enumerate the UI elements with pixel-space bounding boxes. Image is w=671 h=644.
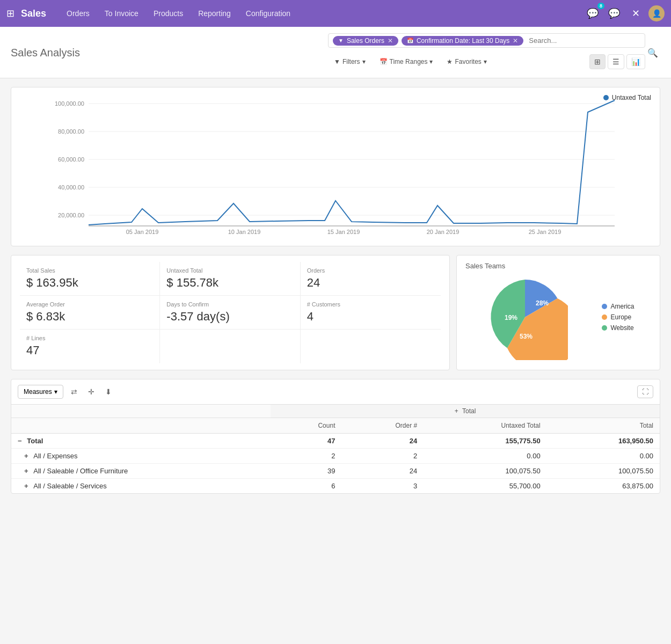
- user-avatar[interactable]: 👤: [648, 5, 665, 21]
- row-label-text-services: All / Saleable / Services: [33, 482, 107, 490]
- col-group-plus[interactable]: +: [455, 407, 458, 415]
- chart-legend: Untaxed Total: [603, 94, 651, 101]
- search-input[interactable]: [527, 35, 634, 46]
- pie-legend: America Europe Website: [602, 303, 634, 332]
- legend-website: Website: [602, 324, 634, 332]
- stat-label-untaxed: Untaxed Total: [166, 267, 293, 274]
- line-chart-svg: 100,000.00 80,000.00 60,000.00 40,000.00…: [20, 96, 651, 236]
- col-header-untaxed: Untaxed Total: [424, 418, 546, 434]
- col-header-empty: [11, 405, 271, 418]
- svg-text:100,000.00: 100,000.00: [55, 100, 84, 107]
- stat-label-avg-order: Average Order: [26, 301, 153, 308]
- pivot-table: + Total Count Order # Untaxed Total Tota…: [11, 405, 660, 493]
- menu-reporting[interactable]: Reporting: [191, 0, 238, 27]
- grid-menu-icon[interactable]: ⊞: [6, 8, 14, 19]
- pie-chart-area: 28% 53% 19% America Europe: [465, 274, 651, 360]
- stat-label-total-sales: Total Sales: [26, 267, 153, 274]
- row-untaxed-furniture: 100,075.50: [424, 464, 546, 479]
- chat-icon[interactable]: 💬: [606, 5, 623, 22]
- table-row-total: − Total 47 24 155,775.50 163,950.50: [11, 434, 660, 449]
- star-icon: ★: [447, 58, 453, 65]
- time-ranges-button[interactable]: 📅 Time Ranges ▾: [374, 55, 439, 68]
- stat-total-sales: Total Sales $ 163.95k: [20, 262, 160, 296]
- chart-view-btn[interactable]: 📊: [626, 54, 645, 69]
- main-content: Untaxed Total 100,000.00 80,000.00 60,00…: [0, 78, 671, 502]
- menu-to-invoice[interactable]: To Invoice: [97, 0, 146, 27]
- favorites-button[interactable]: ★ Favorites ▾: [441, 55, 492, 68]
- legend-dot-website: [602, 325, 607, 331]
- view-toggle: ⊞ ☰ 📊: [589, 54, 645, 69]
- row-untaxed-total: 155,775.50: [424, 434, 546, 449]
- search-button[interactable]: 🔍: [645, 46, 660, 60]
- expand-expenses-icon[interactable]: +: [24, 452, 28, 460]
- stat-label-customers: # Customers: [307, 301, 434, 308]
- row-untaxed-services: 55,700.00: [424, 479, 546, 494]
- download-button[interactable]: ⬇: [102, 385, 115, 398]
- col-group-total: + Total: [271, 405, 660, 418]
- col-header-count: Count: [271, 418, 341, 434]
- filter-funnel-icon: ▼: [338, 38, 344, 43]
- row-label-text-expenses: All / Expenses: [33, 452, 77, 460]
- favorites-chevron: ▾: [484, 58, 487, 65]
- menu-orders[interactable]: Orders: [59, 0, 97, 27]
- pie-chart-title: Sales Teams: [465, 262, 651, 270]
- search-toolbar: ▼ Filters ▾ 📅 Time Ranges ▾ ★ Favorites: [328, 51, 493, 72]
- notifications-icon[interactable]: 💬 8: [584, 5, 601, 22]
- filter-calendar-icon: 📅: [407, 38, 413, 43]
- stats-grid: Total Sales $ 163.95k Untaxed Total $ 15…: [11, 255, 450, 370]
- filter-tag-close-1[interactable]: ✕: [388, 37, 393, 45]
- row-order-services: 3: [341, 479, 424, 494]
- stat-value-avg-order: $ 6.83k: [26, 310, 153, 324]
- row-count-expenses: 2: [271, 449, 341, 464]
- stat-orders: Orders 24: [301, 262, 441, 296]
- pie-chart-svg: 28% 53% 19%: [482, 274, 568, 360]
- swap-axes-button[interactable]: ⇄: [68, 385, 81, 398]
- legend-dot-america: [602, 304, 607, 309]
- collapse-total-icon[interactable]: −: [18, 437, 22, 445]
- expand-services-icon[interactable]: +: [24, 482, 28, 490]
- row-label-total: − Total: [11, 434, 271, 449]
- filters-chevron: ▾: [362, 58, 366, 65]
- page-title: Sales Analysis: [11, 47, 328, 59]
- line-chart-container: Untaxed Total 100,000.00 80,000.00 60,00…: [11, 87, 660, 246]
- add-row-button[interactable]: ✛: [85, 385, 98, 398]
- stat-label-lines: # Lines: [26, 335, 153, 341]
- stats-row: Total Sales $ 163.95k Untaxed Total $ 15…: [11, 255, 660, 370]
- legend-label-europe: Europe: [610, 313, 631, 321]
- row-label-office-furniture: + All / Saleable / Office Furniture: [11, 464, 271, 479]
- row-count-furniture: 39: [271, 464, 341, 479]
- legend-label-untaxed: Untaxed Total: [612, 94, 651, 101]
- brand-name[interactable]: Sales: [21, 8, 46, 19]
- expand-furniture-icon[interactable]: +: [24, 467, 28, 475]
- pivot-table-section: Measures ▾ ⇄ ✛ ⬇ ⛶ + Total: [11, 379, 660, 494]
- stat-value-orders: 24: [307, 276, 434, 290]
- menu-products[interactable]: Products: [146, 0, 191, 27]
- row-total-expenses: 0.00: [547, 449, 660, 464]
- pivot-view-btn[interactable]: ⊞: [589, 54, 606, 69]
- filter-tag-label-2: Confirmation Date: Last 30 Days: [417, 37, 509, 45]
- filter-tag-close-2[interactable]: ✕: [513, 37, 518, 45]
- stat-label-orders: Orders: [307, 267, 434, 274]
- filter-tag-label-1: Sales Orders: [347, 37, 384, 45]
- notification-badge: 8: [597, 3, 604, 9]
- settings-icon[interactable]: ✕: [627, 5, 644, 22]
- menu-configuration[interactable]: Configuration: [238, 0, 298, 27]
- expand-table-button[interactable]: ⛶: [637, 385, 653, 398]
- svg-text:60,000.00: 60,000.00: [58, 156, 84, 163]
- legend-label-website: Website: [610, 324, 633, 332]
- time-ranges-chevron: ▾: [429, 58, 433, 65]
- svg-text:05 Jan 2019: 05 Jan 2019: [126, 229, 159, 235]
- legend-america: America: [602, 303, 634, 310]
- filter-tag-sales-orders: ▼ Sales Orders ✕: [333, 36, 398, 46]
- stat-label-days: Days to Confirm: [166, 301, 293, 308]
- stat-value-lines: 47: [26, 343, 153, 357]
- calendar-icon: 📅: [380, 58, 388, 65]
- page-header: Sales Analysis ▼ Sales Orders ✕ 📅 Confir…: [0, 27, 671, 78]
- measures-button[interactable]: Measures ▾: [18, 385, 63, 399]
- filters-button[interactable]: ▼ Filters ▾: [328, 55, 371, 68]
- page-content: Sales Analysis ▼ Sales Orders ✕ 📅 Confir…: [0, 27, 671, 644]
- stat-days-confirm: Days to Confirm -3.57 day(s): [160, 296, 300, 330]
- row-count-services: 6: [271, 479, 341, 494]
- list-view-btn[interactable]: ☰: [608, 54, 624, 69]
- stat-avg-order: Average Order $ 6.83k: [20, 296, 160, 330]
